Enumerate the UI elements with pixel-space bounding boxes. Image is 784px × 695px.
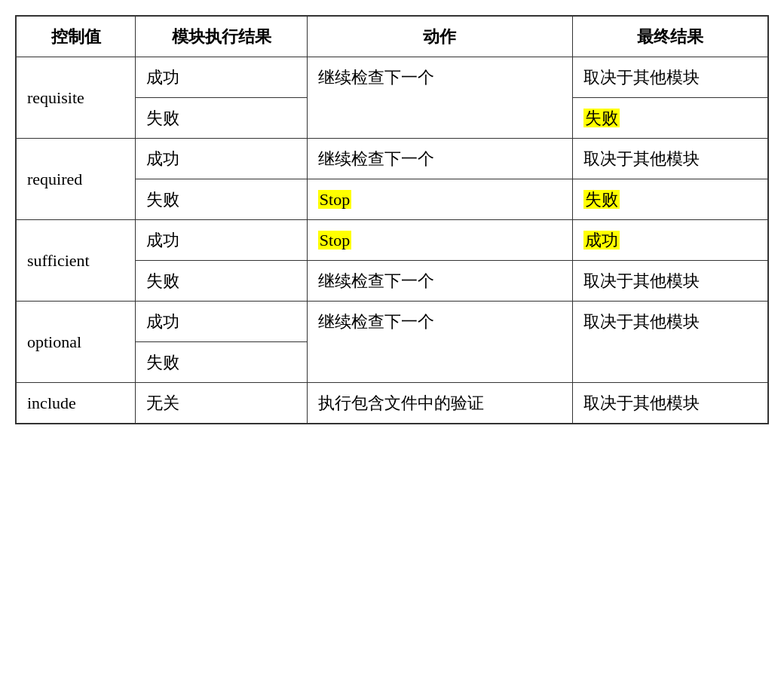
final-result-cell: 成功 (572, 220, 768, 261)
table-row: required成功继续检查下一个取决于其他模块 (16, 139, 768, 179)
final-result-cell: 取决于其他模块 (572, 261, 768, 302)
table-row: optional成功继续检查下一个取决于其他模块 (16, 302, 768, 342)
module-result-cell: 成功 (136, 57, 308, 98)
final-result-cell: 失败 (572, 179, 768, 220)
table-row: include无关执行包含文件中的验证取决于其他模块 (16, 383, 768, 424)
final-highlight-text: 失败 (583, 190, 620, 209)
module-result-cell: 失败 (136, 179, 308, 220)
action-cell: 继续检查下一个 (307, 57, 572, 139)
final-result-cell: 取决于其他模块 (572, 383, 768, 424)
module-result-cell: 成功 (136, 139, 308, 179)
table-row: sufficient成功Stop成功 (16, 220, 768, 261)
final-result-cell: 取决于其他模块 (572, 57, 768, 98)
table-header-row: 控制值 模块执行结果 动作 最终结果 (16, 16, 768, 57)
action-cell: 继续检查下一个 (307, 302, 572, 383)
module-result-cell: 成功 (136, 220, 308, 261)
control-value-cell: optional (16, 302, 136, 383)
control-value-cell: include (16, 383, 136, 424)
header-action: 动作 (307, 16, 572, 57)
pam-control-table: 控制值 模块执行结果 动作 最终结果 requisite成功继续检查下一个取决于… (15, 15, 769, 424)
action-cell: 继续检查下一个 (307, 261, 572, 302)
action-highlight-text: Stop (318, 231, 351, 250)
module-result-cell: 无关 (136, 383, 308, 424)
module-result-cell: 成功 (136, 302, 308, 342)
header-control: 控制值 (16, 16, 136, 57)
final-highlight-text: 成功 (583, 231, 620, 250)
control-value-cell: required (16, 139, 136, 220)
action-cell: 执行包含文件中的验证 (307, 383, 572, 424)
action-cell: 继续检查下一个 (307, 139, 572, 179)
final-result-cell: 取决于其他模块 (572, 139, 768, 179)
final-result-cell: 取决于其他模块 (572, 302, 768, 383)
action-cell: Stop (307, 179, 572, 220)
table-wrapper: 控制值 模块执行结果 动作 最终结果 requisite成功继续检查下一个取决于… (15, 15, 769, 424)
header-final-result: 最终结果 (572, 16, 768, 57)
final-result-cell: 失败 (572, 98, 768, 139)
control-value-cell: requisite (16, 57, 136, 139)
module-result-cell: 失败 (136, 342, 308, 383)
action-highlight-text: Stop (318, 190, 351, 209)
module-result-cell: 失败 (136, 98, 308, 139)
final-highlight-text: 失败 (583, 109, 620, 127)
header-module-result: 模块执行结果 (136, 16, 308, 57)
table-row: requisite成功继续检查下一个取决于其他模块 (16, 57, 768, 98)
module-result-cell: 失败 (136, 261, 308, 302)
control-value-cell: sufficient (16, 220, 136, 302)
action-cell: Stop (307, 220, 572, 261)
